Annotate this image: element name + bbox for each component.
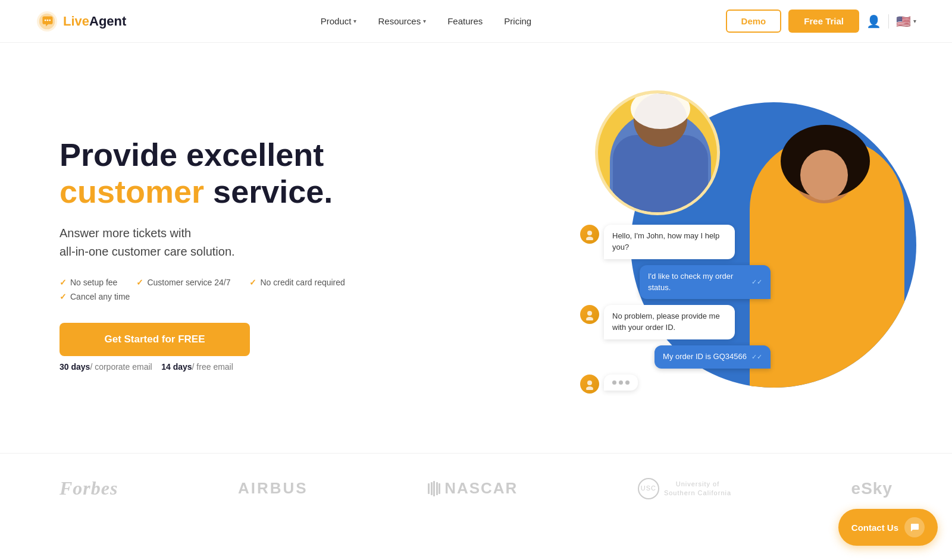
- nav-item-features[interactable]: Features: [447, 16, 483, 26]
- double-check-icon: ✓✓: [751, 353, 762, 362]
- chevron-down-icon: ▾: [913, 18, 916, 24]
- chat-message-2: I'd like to check my order status. ✓✓: [580, 265, 771, 300]
- check-item: ✓ Cancel any time: [60, 292, 130, 301]
- check-item: ✓ Customer service 24/7: [136, 278, 230, 287]
- chevron-down-icon: ▾: [423, 18, 426, 24]
- flag-icon: 🇺🇸: [896, 14, 911, 29]
- man-circle: [595, 90, 720, 215]
- nav-item-pricing[interactable]: Pricing: [504, 16, 531, 26]
- user-icon[interactable]: 👤: [866, 14, 881, 29]
- chat-message-3: No problem, please provide me with your …: [580, 305, 771, 339]
- man-head: [634, 93, 687, 147]
- hero-content: Provide excellent customer service. Answ…: [60, 136, 375, 372]
- hero-title: Provide excellent customer service.: [60, 136, 375, 210]
- brand-forbes: Forbes: [60, 477, 118, 499]
- hero-section: Provide excellent customer service. Answ…: [0, 43, 952, 453]
- contact-us-button[interactable]: Contact Us: [838, 509, 938, 523]
- woman-head: [791, 138, 857, 203]
- svg-point-9: [587, 380, 592, 385]
- check-label: No setup fee: [70, 278, 117, 287]
- double-check-icon: ✓✓: [751, 278, 762, 287]
- hero-title-highlight: customer: [60, 174, 204, 209]
- logo-icon: [36, 10, 58, 33]
- navbar: LiveAgent Product ▾ Resources ▾ Features…: [0, 0, 952, 43]
- hero-subtitle: Answer more tickets withall-in-one custo…: [60, 224, 375, 261]
- check-icon: ✓: [60, 292, 67, 301]
- chat-message-1: Hello, I'm John, how may I help you?: [580, 225, 771, 259]
- brand-nascar: NASCAR: [428, 479, 518, 498]
- brand-esky: eSky: [851, 479, 892, 498]
- trial-info: 30 days/ corporate email 14 days/ free e…: [60, 362, 375, 372]
- check-label: Customer service 24/7: [147, 278, 230, 287]
- svg-point-4: [49, 19, 51, 21]
- free-trial-button[interactable]: Free Trial: [788, 10, 859, 33]
- check-item: ✓ No credit card required: [249, 278, 345, 287]
- contact-us-label: Contact Us: [851, 523, 898, 524]
- check-label: No credit card required: [260, 278, 345, 287]
- nav-links: Product ▾ Resources ▾ Features Pricing: [321, 16, 531, 26]
- logo-text: LiveAgent: [63, 14, 126, 29]
- check-icon: ✓: [136, 278, 143, 287]
- bubble-agent: No problem, please provide me with your …: [604, 305, 735, 339]
- bubble-agent: Hello, I'm John, how may I help you?: [604, 225, 735, 259]
- svg-point-10: [586, 386, 593, 390]
- nav-actions: Demo Free Trial 👤 🇺🇸 ▾: [726, 10, 916, 33]
- svg-point-8: [586, 317, 593, 320]
- svg-point-6: [586, 237, 593, 240]
- bubble-user: My order ID is GQ34566 ✓✓: [654, 345, 771, 369]
- svg-point-3: [47, 19, 49, 21]
- typing-indicator: [580, 375, 771, 394]
- agent-avatar: [580, 375, 599, 394]
- check-icon: ✓: [249, 278, 256, 287]
- bubble-user: I'd like to check my order status. ✓✓: [640, 265, 771, 300]
- svg-point-5: [587, 231, 592, 235]
- chat-overlay: Hello, I'm John, how may I help you? I'd…: [580, 225, 771, 394]
- nav-item-product[interactable]: Product ▾: [321, 16, 357, 26]
- check-icon: ✓: [60, 278, 67, 287]
- nav-divider: [888, 14, 889, 29]
- agent-avatar: [580, 305, 599, 324]
- logo[interactable]: LiveAgent: [36, 10, 126, 33]
- man-hat: [631, 90, 690, 129]
- svg-point-2: [45, 19, 46, 21]
- chat-message-4: My order ID is GQ34566 ✓✓: [580, 345, 771, 369]
- typing-bubble: [604, 375, 638, 391]
- brands-section: Forbes AIRBUS NASCAR USC University ofSo…: [0, 453, 952, 523]
- chevron-down-icon: ▾: [353, 18, 356, 24]
- svg-point-7: [587, 311, 592, 316]
- check-label: Cancel any time: [70, 292, 130, 301]
- brand-airbus: AIRBUS: [238, 479, 308, 498]
- hero-checks-list: ✓ No setup fee ✓ Customer service 24/7 ✓…: [60, 278, 375, 301]
- check-item: ✓ No setup fee: [60, 278, 117, 287]
- get-started-button[interactable]: Get Started for FREE: [60, 323, 250, 356]
- woman-face: [800, 150, 848, 200]
- contact-chat-icon: [904, 517, 925, 523]
- brand-usc: USC University ofSouthern California: [638, 478, 731, 499]
- language-selector[interactable]: 🇺🇸 ▾: [896, 14, 916, 29]
- demo-button[interactable]: Demo: [726, 10, 782, 33]
- agent-avatar: [580, 225, 599, 244]
- nav-item-resources[interactable]: Resources ▾: [378, 16, 426, 26]
- hero-visual: Hello, I'm John, how may I help you? I'd…: [571, 78, 916, 429]
